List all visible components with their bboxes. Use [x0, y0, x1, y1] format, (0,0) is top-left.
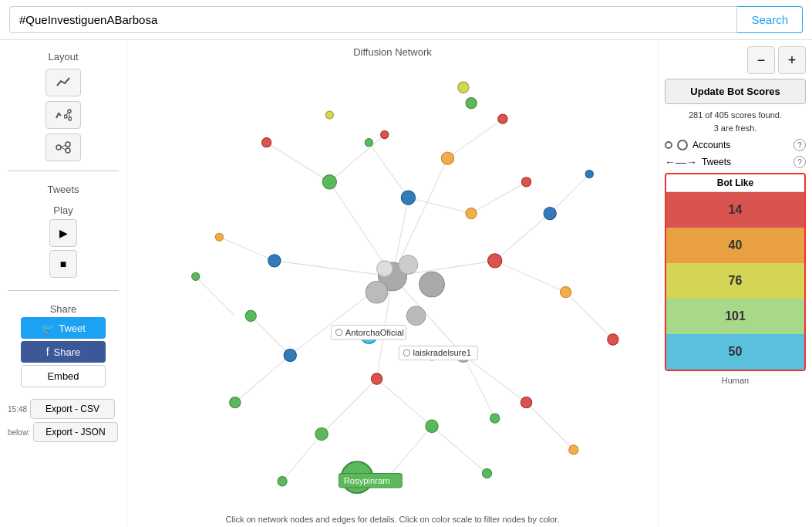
- search-input[interactable]: #QueInvestiguenABarbosa: [9, 6, 737, 33]
- accounts-circle-1: [665, 141, 672, 149]
- svg-text:laiskradelsure1: laiskradelsure1: [413, 348, 471, 357]
- accounts-help-icon[interactable]: ?: [793, 139, 806, 151]
- zoom-in-button[interactable]: +: [778, 46, 806, 74]
- layout-label: Layout: [8, 51, 119, 62]
- tweets-label: Tweets: [8, 184, 119, 195]
- svg-point-6: [66, 142, 70, 147]
- network-icon: [56, 141, 71, 154]
- svg-point-65: [401, 191, 415, 204]
- svg-line-19: [447, 119, 502, 158]
- svg-point-78: [458, 82, 469, 93]
- scores-info-line2: 3 are fresh.: [665, 122, 806, 135]
- svg-point-53: [441, 152, 453, 164]
- sidebar: Layout: [0, 40, 127, 527]
- svg-point-80: [419, 272, 445, 297]
- bot-scale-value-1: 40: [729, 238, 743, 252]
- network-area[interactable]: Diffusion Network: [127, 40, 658, 527]
- svg-line-36: [471, 182, 526, 214]
- svg-point-59: [262, 138, 271, 147]
- network-edges: [196, 119, 613, 481]
- bot-scale-header: Bot Like: [666, 174, 804, 192]
- main-layout: Layout: [0, 40, 812, 527]
- tweets-help-icon[interactable]: ?: [793, 156, 806, 168]
- svg-line-32: [566, 292, 613, 340]
- svg-point-66: [544, 207, 556, 219]
- play-label: Play: [8, 204, 119, 216]
- svg-point-62: [608, 334, 618, 345]
- layout-btn-3[interactable]: [45, 133, 81, 161]
- trend-icon: [56, 76, 71, 89]
- embed-button[interactable]: Embed: [21, 365, 106, 387]
- tweet-button[interactable]: 🐦 Tweet: [21, 317, 106, 339]
- bot-scale-item-1[interactable]: 40: [666, 228, 804, 263]
- bot-scale[interactable]: Bot Like 14 40 76 101 50: [665, 173, 806, 371]
- svg-line-27: [251, 316, 290, 355]
- zoom-out-button[interactable]: −: [747, 46, 775, 74]
- export-csv-time: 15:48: [8, 405, 27, 414]
- share-section: Share 🐦 Tweet f Share Embed: [8, 300, 119, 390]
- svg-point-58: [371, 373, 382, 384]
- svg-line-9: [61, 147, 66, 150]
- svg-line-25: [235, 355, 290, 402]
- svg-point-5: [56, 145, 61, 150]
- svg-point-45: [315, 427, 328, 440]
- export-csv-button[interactable]: Export - CSV: [30, 399, 115, 419]
- bot-scale-value-0: 14: [729, 203, 743, 217]
- share-label: Share: [8, 303, 119, 315]
- human-label: Human: [665, 376, 806, 385]
- export-json-time: below:: [8, 428, 30, 437]
- scores-info: 281 of 405 scores found. 3 are fresh.: [665, 109, 806, 134]
- divider-1: [8, 171, 119, 171]
- search-button[interactable]: Search: [737, 6, 803, 33]
- svg-line-21: [495, 261, 566, 292]
- svg-line-38: [196, 276, 235, 316]
- accounts-legend-label: Accounts: [692, 140, 730, 150]
- svg-point-72: [381, 130, 389, 138]
- play-section: Play ▶ ■: [8, 201, 119, 281]
- export-section: 15:48 Export - CSV below: Export - JSON: [8, 399, 119, 442]
- facebook-share-button[interactable]: f Share: [21, 341, 106, 363]
- stop-button[interactable]: ■: [49, 250, 77, 278]
- svg-point-42: [399, 255, 418, 275]
- update-bot-scores-button[interactable]: Update Bot Scores: [665, 79, 806, 104]
- bot-scale-value-3: 101: [725, 309, 746, 323]
- zoom-controls: − +: [665, 46, 806, 74]
- svg-line-12: [275, 261, 393, 276]
- svg-line-31: [527, 403, 574, 450]
- svg-point-70: [192, 272, 200, 280]
- svg-point-41: [366, 281, 388, 303]
- svg-point-46: [426, 420, 438, 432]
- bot-scale-item-2[interactable]: 76: [666, 263, 804, 299]
- accounts-legend-row: Accounts ?: [665, 139, 806, 151]
- svg-point-52: [466, 98, 477, 109]
- bot-scale-item-0[interactable]: 14: [666, 192, 804, 228]
- tweets-legend-row: ←―→ Tweets ?: [665, 156, 806, 168]
- tweet-btn-label: Tweet: [59, 323, 86, 334]
- bot-scale-item-3[interactable]: 101: [666, 299, 804, 334]
- svg-line-28: [282, 434, 322, 481]
- share-icon: [64, 109, 72, 121]
- layout-btn-1[interactable]: [45, 69, 81, 96]
- svg-line-8: [61, 145, 66, 147]
- svg-point-61: [521, 177, 531, 187]
- svg-point-60: [498, 114, 507, 123]
- svg-point-73: [365, 139, 372, 147]
- svg-point-51: [245, 310, 256, 321]
- export-json-button[interactable]: Export - JSON: [33, 422, 118, 442]
- svg-point-77: [490, 414, 500, 423]
- network-graph[interactable]: AntorchaOficial laiskradelsure1 Rosypinr…: [127, 40, 658, 527]
- fb-share-btn-label: Share: [54, 346, 81, 358]
- svg-point-64: [284, 349, 296, 361]
- svg-text:AntorchaOficial: AntorchaOficial: [345, 328, 404, 337]
- divider-2: [8, 290, 119, 291]
- svg-point-0: [68, 110, 71, 113]
- svg-line-24: [463, 355, 527, 402]
- svg-line-26: [219, 237, 274, 261]
- svg-line-37: [550, 174, 589, 214]
- play-button[interactable]: ▶: [49, 219, 77, 247]
- layout-btn-2[interactable]: [45, 101, 81, 129]
- bot-scale-item-4[interactable]: 50: [666, 334, 804, 370]
- svg-point-50: [482, 468, 491, 478]
- svg-point-49: [230, 397, 241, 407]
- svg-line-18: [329, 135, 384, 182]
